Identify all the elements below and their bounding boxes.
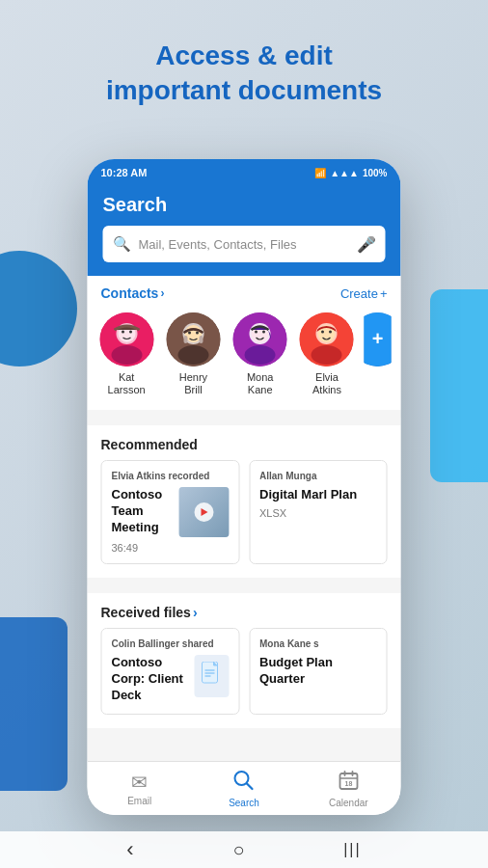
system-nav-bar: ‹ ○ ||| [0,831,488,868]
rec-card-title: Contoso Team Meeting [112,487,174,536]
contacts-title[interactable]: Contacts › [101,285,165,301]
search-nav-icon [233,770,255,796]
microphone-icon[interactable]: 🎤 [357,235,376,254]
recv-card-title: Contoso Corp: Client Deck [112,655,189,704]
svg-text:18: 18 [344,780,352,787]
status-time: 10:28 AM [101,167,148,178]
recent-apps-button[interactable]: ||| [343,841,361,858]
contacts-chevron-icon: › [160,286,164,300]
recv-card-author: Mona Kane s [259,638,377,649]
contact-name: Elvia Atkins [312,371,341,396]
rec-card-author: Elvia Atkins recorded [112,471,230,481]
received-files-chevron-icon: › [193,605,198,620]
rec-card-type: XLSX [259,507,377,519]
avatar [300,312,354,366]
nav-item-search[interactable]: Search [192,762,296,815]
rec-card-thumbnail [178,487,229,537]
avatar: + [365,312,392,366]
recommended-header: Recommended [88,425,401,460]
recommended-cards: Elvia Atkins recorded Contoso Team Meeti… [88,460,401,578]
contact-name: Mona Kane [247,371,274,396]
back-button[interactable]: ‹ [126,837,133,862]
recv-card-content: Contoso Corp: Client Deck [112,655,230,704]
search-icon: 🔍 [113,235,131,253]
recv-card-content: Budget Plan Quarter [259,655,377,688]
wifi-icon: 📶 [314,168,326,178]
nav-item-calendar[interactable]: 18 Calendar [296,762,400,815]
play-icon[interactable] [194,502,213,522]
status-bar: 10:28 AM 📶 ▲▲▲ 100% [88,159,401,186]
contact-item[interactable]: Mona Kane [230,312,289,396]
svg-line-34 [247,783,253,789]
status-icons: 📶 ▲▲▲ 100% [314,168,387,178]
email-icon: ✉ [131,771,148,794]
page-headline: Access & edit important documents [0,39,488,109]
avatar [166,312,220,366]
recommended-section: Recommended Elvia Atkins recorded Contos… [88,425,401,578]
search-bar[interactable]: 🔍 Mail, Events, Contacts, Files 🎤 [103,226,386,262]
rec-card-content: Contoso Team Meeting 36:49 [112,487,230,554]
svg-point-22 [312,345,342,365]
contact-item[interactable]: + [365,312,392,396]
rec-card-author: Allan Munga [259,471,377,481]
svg-point-8 [177,345,208,365]
content-area: Contacts › Create + [88,276,401,787]
file-icon [194,655,229,697]
plus-icon: + [380,286,388,301]
svg-point-4 [122,331,124,334]
avatar [233,312,287,366]
bottom-nav: ✉ Email Search 18 Cale [88,761,401,815]
section-divider [88,585,401,593]
bg-decoration-circle [0,251,77,366]
nav-label-search: Search [229,798,259,808]
battery-indicator: 100% [363,168,388,178]
signal-icon: ▲▲▲ [330,168,359,178]
svg-point-18 [255,331,258,334]
svg-point-24 [321,331,324,334]
svg-point-11 [196,332,199,335]
svg-rect-12 [183,336,187,343]
svg-point-25 [329,331,332,334]
contact-name: Henry Brill [179,371,207,396]
phone-frame: 10:28 AM 📶 ▲▲▲ 100% Search 🔍 Mail, Event… [88,159,401,815]
svg-marker-28 [201,508,207,516]
calendar-icon: 18 [338,770,359,796]
section-divider [88,418,401,425]
contacts-section: Contacts › Create + [88,276,401,410]
received-file-card[interactable]: Colin Ballinger shared Contoso Corp: Cli… [101,628,240,715]
svg-point-19 [262,331,265,334]
svg-text:+: + [372,328,384,349]
contact-item[interactable]: Kat Larsson [97,312,156,396]
bg-decoration-rect-right [430,289,488,482]
rec-card-meta: 36:49 [112,542,174,554]
rec-card-content: Digital Marl Plan [259,487,377,503]
received-file-card[interactable]: Mona Kane s Budget Plan Quarter [249,628,388,715]
contacts-list: Kat Larsson [88,307,401,410]
avatar [99,312,153,366]
app-header: Search 🔍 Mail, Events, Contacts, Files 🎤 [88,186,401,276]
app-title: Search [103,194,386,216]
contact-item[interactable]: Henry Brill [164,312,223,396]
contact-item[interactable]: Elvia Atkins [297,312,356,396]
nav-item-email[interactable]: ✉ Email [88,762,192,815]
recommended-card[interactable]: Allan Munga Digital Marl Plan XLSX [249,460,388,564]
received-files-header: Received files › [88,593,401,628]
home-button[interactable]: ○ [232,839,244,861]
recv-card-author: Colin Ballinger shared [112,638,230,649]
svg-rect-13 [199,336,203,343]
nav-label-calendar: Calendar [329,798,368,808]
bg-decoration-rect-left [0,617,68,791]
search-input-placeholder[interactable]: Mail, Events, Contacts, Files [139,237,349,252]
nav-label-email: Email [127,796,151,806]
svg-point-16 [245,345,276,365]
contacts-section-header: Contacts › Create + [88,276,401,307]
svg-point-5 [129,331,132,334]
recommended-card[interactable]: Elvia Atkins recorded Contoso Team Meeti… [101,460,240,564]
recv-card-title: Budget Plan Quarter [259,655,377,688]
create-contact-button[interactable]: Create + [340,286,388,301]
rec-card-title: Digital Marl Plan [259,487,377,503]
received-files-section: Received files › Colin Ballinger shared … [88,593,401,728]
contact-name: Kat Larsson [108,371,146,396]
svg-point-2 [111,345,142,365]
received-cards: Colin Ballinger shared Contoso Corp: Cli… [88,628,401,728]
